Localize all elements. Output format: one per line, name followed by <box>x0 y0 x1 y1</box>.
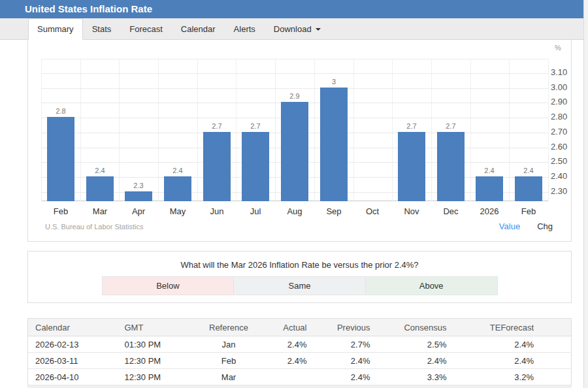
bar-nov[interactable] <box>398 132 425 201</box>
legend-chg-link[interactable]: Chg <box>537 221 553 231</box>
poll-option-same[interactable]: Same <box>233 276 366 295</box>
table-bottom-strip <box>27 385 572 388</box>
bar-value-label: 2.7 <box>436 122 465 130</box>
bar-value-label: 2.3 <box>124 182 153 189</box>
cell-calendar: 2026-03-11 <box>28 353 120 369</box>
bar-value-label: 2.8 <box>46 107 75 115</box>
column-header-consensus: Consensus <box>376 319 452 336</box>
bar-jul[interactable] <box>242 132 269 201</box>
poll-option-above[interactable]: Above <box>365 276 498 295</box>
tab-forecast[interactable]: Forecast <box>120 18 172 40</box>
cell-consensus: 2.4% <box>376 353 452 369</box>
bar-value-label: 2.7 <box>203 122 231 130</box>
gridline-vertical <box>119 59 120 202</box>
cell-calendar: 2026-04-10 <box>28 369 120 385</box>
bar-mar[interactable] <box>86 176 114 201</box>
table-row[interactable]: 2026-04-1012:30 PMMar2.4%3.3%3.2% <box>28 369 572 385</box>
cell-actual: 2.4% <box>267 353 312 369</box>
y-axis-tick: 2.40 <box>551 171 581 181</box>
plot-area: 2.8Feb2.4Mar2.3Apr2.4May2.7Jun2.7Jul2.9A… <box>41 59 548 201</box>
gridline-vertical <box>80 59 81 202</box>
bar-2026[interactable] <box>476 176 503 201</box>
y-axis-tick: 2.50 <box>551 156 581 166</box>
x-axis-label: Dec <box>431 206 470 216</box>
y-axis-tick: 2.80 <box>551 112 581 121</box>
bar-value-label: 2.4 <box>163 167 192 174</box>
gridline-vertical <box>431 59 432 202</box>
bar-feb[interactable] <box>515 176 542 201</box>
tab-stats[interactable]: Stats <box>83 18 121 40</box>
x-axis-label: Feb <box>41 206 80 216</box>
x-axis-label: Mar <box>80 206 120 216</box>
column-header-gmt: GMT <box>120 319 191 336</box>
cell-consensus: 2.5% <box>376 336 452 353</box>
y-axis-tick: 3.00 <box>551 82 581 92</box>
table-row[interactable]: 2026-02-1301:30 PMJan2.4%2.7%2.5%2.4% <box>28 336 572 353</box>
gridline-vertical <box>236 59 237 202</box>
cell-actual <box>267 369 312 385</box>
calendar-table-wrap: CalendarGMTReferenceActualPreviousConsen… <box>27 318 572 388</box>
page: United States Inflation Rate SummaryStat… <box>0 0 588 388</box>
poll-question: What will the Mar 2026 Inflation Rate be… <box>28 251 571 270</box>
tab-label: Alerts <box>234 24 255 34</box>
bar-value-label: 2.7 <box>241 122 270 130</box>
cell-reference: Feb <box>191 353 267 369</box>
y-axis-unit: % <box>555 44 561 52</box>
x-axis-label: May <box>158 206 197 216</box>
y-axis-tick: 2.70 <box>551 127 581 137</box>
page-title: United States Inflation Rate <box>0 0 583 18</box>
cell-gmt: 01:30 PM <box>120 336 191 353</box>
bar-value-label: 2.9 <box>280 92 309 100</box>
calendar-table: CalendarGMTReferenceActualPreviousConsen… <box>27 318 572 385</box>
gridline-vertical <box>197 59 198 202</box>
x-axis-label: Sep <box>314 206 353 216</box>
gridline-vertical <box>41 59 42 202</box>
y-axis-tick: 2.60 <box>551 142 581 152</box>
cell-teforecast: 2.4% <box>452 336 572 353</box>
gridline-vertical <box>158 59 159 202</box>
tab-label: Download <box>274 24 312 34</box>
cell-previous: 2.7% <box>312 336 376 353</box>
poll-option-below[interactable]: Below <box>102 276 235 295</box>
column-header-calendar: Calendar <box>28 319 120 336</box>
x-axis-label: Jun <box>197 206 237 216</box>
legend-value-link[interactable]: Value <box>499 221 520 231</box>
tab-label: Calendar <box>181 24 216 34</box>
bar-jun[interactable] <box>203 132 231 201</box>
bar-value-label: 2.4 <box>514 167 543 174</box>
bar-apr[interactable] <box>125 191 152 201</box>
column-header-previous: Previous <box>312 319 376 336</box>
table-row[interactable]: 2026-03-1112:30 PMFeb2.4%2.4%2.4%2.4% <box>28 353 572 369</box>
bar-may[interactable] <box>164 176 191 201</box>
cell-actual: 2.4% <box>267 336 312 353</box>
poll-options: BelowSameAbove <box>102 276 498 295</box>
cell-reference: Mar <box>191 369 267 385</box>
gridline-vertical <box>353 59 354 202</box>
tab-alerts[interactable]: Alerts <box>225 18 265 40</box>
column-header-teforecast: TEForecast <box>452 319 572 336</box>
column-header-reference: Reference <box>191 319 267 336</box>
tab-label: Forecast <box>129 24 163 34</box>
page-header: United States Inflation Rate <box>0 0 583 18</box>
bar-dec[interactable] <box>437 132 465 201</box>
y-axis-tick: 3.10 <box>551 67 581 77</box>
poll-panel: What will the Mar 2026 Inflation Rate be… <box>27 251 572 303</box>
scrollbar-track[interactable] <box>583 0 588 388</box>
tab-bar: SummaryStatsForecastCalendarAlertsDownlo… <box>0 18 583 40</box>
tab-download[interactable]: Download <box>265 18 330 40</box>
bar-aug[interactable] <box>281 102 308 201</box>
cell-gmt: 12:30 PM <box>120 369 191 385</box>
x-axis-label: Feb <box>509 206 548 216</box>
gridline-vertical <box>314 59 315 202</box>
tab-label: Stats <box>92 24 112 34</box>
tab-summary[interactable]: Summary <box>28 18 83 40</box>
column-header-actual: Actual <box>267 319 312 336</box>
bar-value-label: 2.4 <box>86 167 114 174</box>
y-axis-tick: 2.30 <box>551 186 581 196</box>
x-axis-label: Nov <box>392 206 431 216</box>
bar-sep[interactable] <box>320 88 348 201</box>
tab-calendar[interactable]: Calendar <box>172 18 225 40</box>
calendar-table-head: CalendarGMTReferenceActualPreviousConsen… <box>28 319 572 336</box>
gridline-vertical <box>548 59 549 202</box>
bar-feb[interactable] <box>47 117 74 201</box>
